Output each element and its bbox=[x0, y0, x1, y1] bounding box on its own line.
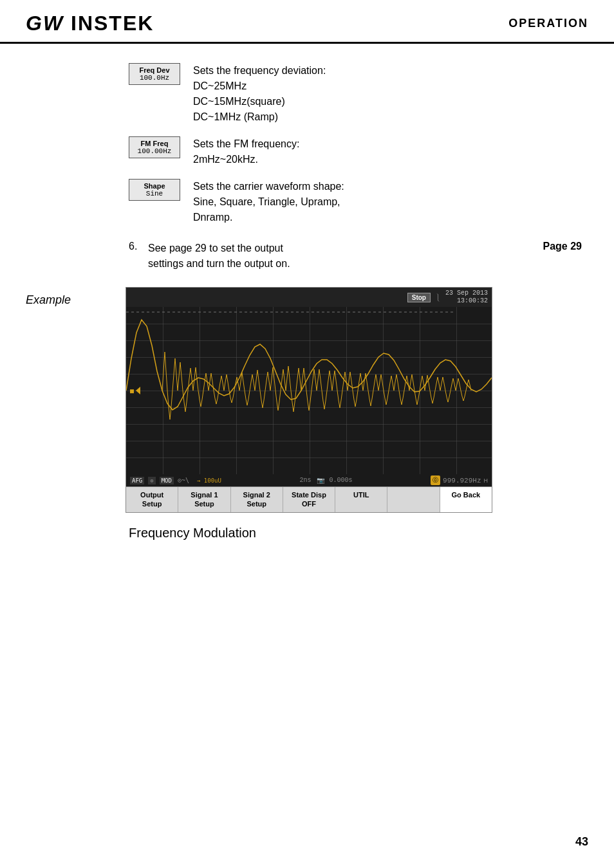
freq-dev-button[interactable]: Freq Dev 100.0Hz bbox=[129, 63, 180, 85]
example-label: Example bbox=[26, 287, 126, 307]
company-logo: GW INSTEK bbox=[26, 12, 154, 35]
step-number: 6. bbox=[129, 241, 148, 252]
ch1-offset: → 100uU bbox=[197, 477, 221, 484]
shape-row: Shape Sine Sets the carrier waveform sha… bbox=[129, 179, 588, 225]
trigger-arrow bbox=[136, 387, 140, 394]
afg-label: AFG bbox=[130, 477, 144, 485]
fm-freq-row: FM Freq 100.00Hz Sets the FM frequency: … bbox=[129, 136, 588, 167]
step-page-ref: Page 29 bbox=[537, 241, 588, 252]
signal1-setup-button[interactable]: Signal 1Setup bbox=[178, 487, 230, 512]
waveform-svg bbox=[126, 307, 492, 474]
example-section: Example Stop ⎱ 23 Sep 201313:00:32 bbox=[26, 287, 588, 513]
ch-label: ⊕ bbox=[148, 477, 155, 485]
fm-freq-button[interactable]: FM Freq 100.00Hz bbox=[129, 136, 180, 158]
osc-bottom-info: AFG ⊕ MOD ⊙~\ → 100uU 2ns 📷 0.000s ⓪ 999… bbox=[126, 474, 492, 486]
osc-toolbar: OutputSetup Signal 1Setup Signal 2Setup … bbox=[126, 486, 492, 512]
main-content: Freq Dev 100.0Hz Sets the frequency devi… bbox=[0, 44, 614, 560]
freq-dev-row: Freq Dev 100.0Hz Sets the frequency devi… bbox=[129, 63, 588, 125]
fm-freq-title: FM Freq bbox=[135, 140, 174, 147]
shape-button[interactable]: Shape Sine bbox=[129, 179, 180, 201]
oscilloscope-display: Stop ⎱ 23 Sep 201313:00:32 bbox=[126, 287, 492, 513]
util-button[interactable]: UTIL bbox=[335, 487, 387, 512]
mod-label: MOD bbox=[160, 477, 174, 485]
section-title: OPERATION bbox=[508, 12, 588, 30]
timebase-icon: 📷 bbox=[317, 477, 324, 484]
page-number: 43 bbox=[575, 835, 588, 849]
wave-icon: ⊙~\ bbox=[178, 477, 189, 484]
go-back-button[interactable]: Go Back bbox=[440, 487, 492, 512]
ui-buttons-section: Freq Dev 100.0Hz Sets the frequency devi… bbox=[129, 63, 588, 225]
osc-screen: ■ bbox=[126, 307, 492, 474]
fm-freq-description: Sets the FM frequency: 2mHz~20kHz. bbox=[193, 136, 299, 167]
empty-button bbox=[387, 487, 440, 512]
page-header: GW INSTEK OPERATION bbox=[0, 0, 614, 44]
signal2-setup-button[interactable]: Signal 2Setup bbox=[231, 487, 283, 512]
waveform-icon: ⎱ bbox=[436, 293, 440, 302]
fm-freq-value: 100.00Hz bbox=[135, 147, 174, 155]
shape-description: Sets the carrier waveform shape: Sine, S… bbox=[193, 179, 344, 225]
freq-dev-value: 100.0Hz bbox=[135, 74, 174, 82]
freq-right: 999.929Hz bbox=[443, 477, 481, 485]
state-disp-button[interactable]: State DispOFF bbox=[283, 487, 335, 512]
output-setup-button[interactable]: OutputSetup bbox=[126, 487, 178, 512]
freq-dev-description: Sets the frequency deviation: DC~25MHz D… bbox=[193, 63, 326, 125]
ch1-indicator: ■ bbox=[130, 387, 134, 394]
fm-caption: Frequency Modulation bbox=[129, 526, 588, 540]
time-div-value: 0.000s bbox=[330, 477, 353, 484]
osc-stop-button[interactable]: Stop bbox=[407, 293, 431, 302]
timebase-value: 2ns bbox=[300, 477, 312, 484]
shape-value: Sine bbox=[135, 190, 174, 198]
freq-dev-title: Freq Dev bbox=[135, 66, 174, 74]
shape-title: Shape bbox=[135, 182, 174, 190]
osc-timestamp: 23 Sep 201313:00:32 bbox=[445, 290, 488, 305]
osc-top-bar: Stop ⎱ 23 Sep 201313:00:32 bbox=[126, 288, 492, 307]
ch-val-icon: H bbox=[484, 477, 488, 484]
ch-num: ⓪ bbox=[431, 476, 440, 485]
step-6: 6. See page 29 to set the outputsettings… bbox=[129, 241, 588, 272]
step-text: See page 29 to set the outputsettings an… bbox=[148, 243, 290, 269]
